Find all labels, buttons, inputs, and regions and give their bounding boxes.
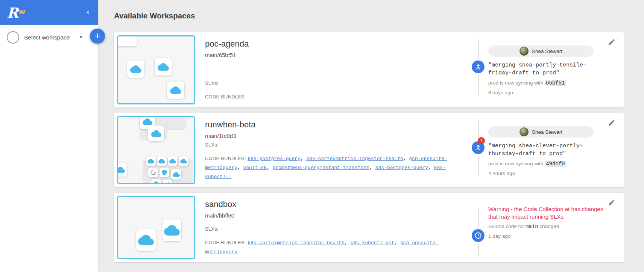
commit-code: 49dcf0 (545, 161, 566, 167)
clock-alert-icon: ! (150, 169, 156, 176)
workspace-avatar-placeholder[interactable] (7, 31, 19, 44)
activity-detail-text: changed (539, 224, 559, 229)
map-tile (179, 156, 188, 166)
map-tile (117, 163, 127, 177)
add-workspace-button[interactable]: + (90, 29, 105, 44)
edit-workspace-button[interactable] (608, 38, 617, 47)
slxs-label: SLXs: (205, 142, 219, 148)
code-bundle-link[interactable]: k8s-cortexmetrics-ingestor-health (248, 240, 344, 246)
workspace-select-row: Select workspace ▾ (0, 30, 98, 53)
map-tile (157, 156, 167, 166)
workspace-select-label[interactable]: Select workspace (24, 34, 70, 41)
workspace-name[interactable]: runwhen-beta (205, 120, 466, 130)
workspace-map-thumbnail[interactable] (117, 35, 195, 104)
workspace-name[interactable]: poc-agenda (205, 39, 466, 49)
sidebar-collapse-icon[interactable]: ‹ (86, 8, 90, 17)
commit-code: 65bf51 (545, 80, 566, 86)
map-tile (155, 58, 172, 76)
code-bundle-link[interactable]: k8s-postgres-query (248, 156, 300, 162)
pencil-icon (608, 119, 615, 127)
map-tile (163, 180, 172, 184)
map-tile (168, 156, 178, 166)
cloud-icon (158, 158, 165, 165)
activity-time: 4 hours ago (488, 171, 621, 176)
cloud-icon (130, 63, 141, 75)
avatar (519, 47, 529, 56)
user-pill[interactable]: Shea Stewart (488, 45, 594, 57)
runwhen-logo[interactable]: R w (7, 5, 25, 20)
code-bundle-link[interactable]: k8s-kubectl-get (350, 240, 394, 246)
workspace-name[interactable]: sandbox (205, 199, 466, 209)
workspace-branch-commit: main/1fe0d3 (205, 133, 466, 139)
pencil-icon (608, 199, 615, 206)
sidebar-header: R w ‹ (0, 0, 98, 25)
workspace-card-poc-agenda: poc-agenda main/65bf51 SLXs: CODE BUNDLE… (114, 32, 624, 107)
merge-icon (472, 60, 485, 73)
cloud-icon (180, 158, 187, 165)
avatar (519, 127, 529, 136)
code-bundles-label: CODE BUNDLES: (205, 240, 246, 245)
activity-message: "merging shea-portly-tensile-friday-draf… (488, 61, 598, 77)
activity-panel: ! Shea Stewart "merging shea-clever-port… (475, 116, 621, 184)
activity-detail: prod is now syncing with 65bf51 (488, 80, 621, 86)
logo-letter-r: R (7, 5, 18, 20)
code-bundles-label: CODE BUNDLES: (205, 94, 246, 100)
alert-badge: ! (478, 137, 485, 144)
cloud-icon (170, 85, 181, 96)
alert-icon (472, 229, 485, 242)
user-name: Shea Stewart (532, 129, 562, 135)
cloud-icon (138, 232, 154, 248)
code-bundle-link[interactable]: prometheus-queryinstant-transform (272, 165, 369, 171)
map-tile (117, 35, 137, 46)
workspace-map-thumbnail[interactable]: ! (117, 116, 195, 184)
activity-time: 6 days ago (488, 90, 621, 95)
slxs-label: SLXs: (205, 80, 219, 86)
shield-icon (161, 169, 167, 175)
sidebar: R w ‹ Select workspace ▾ + (0, 0, 98, 272)
user-name: Shea Stewart (532, 48, 562, 54)
code-bundle-link[interactable]: k8s-cortexmetrics-ingestor-health (306, 156, 403, 162)
code-bundles-label: CODE BUNDLES: (205, 156, 246, 161)
svg-text:!: ! (154, 171, 155, 175)
cloud-icon (153, 180, 159, 184)
map-tile: ! (148, 168, 158, 177)
activity-message: "merging shea-clever-portly-thursday-dra… (488, 142, 598, 158)
edit-workspace-button[interactable] (608, 119, 617, 128)
activity-detail-text: prod is now syncing with (488, 161, 543, 166)
cloud-icon (164, 222, 180, 238)
cloud-icon (158, 61, 169, 73)
main-content: Available Workspaces poc-agenda main/65b… (98, 0, 644, 272)
map-tile (127, 60, 144, 78)
workspace-info: poc-agenda main/65bf51 SLXs: CODE BUNDLE… (195, 35, 475, 104)
page-title: Available Workspaces (114, 11, 644, 20)
activity-panel: Shea Stewart "merging shea-portly-tensil… (475, 35, 621, 104)
workspace-map-thumbnail[interactable] (117, 196, 195, 259)
map-tile (167, 82, 184, 99)
cloud-icon (169, 158, 176, 165)
merge-icon: ! (472, 141, 485, 154)
workspace-info: sandbox main/bbff60 SLXs: CODE BUNDLES: … (195, 196, 475, 259)
chevron-down-icon[interactable]: ▾ (80, 34, 82, 40)
activity-time: 1 day ago (488, 233, 621, 239)
code-bundle-link[interactable]: k8s-postgres-query (375, 165, 428, 171)
activity-detail: prod is now syncing with 49dcf0 (488, 161, 621, 167)
activity-detail: Source code for main changed (488, 224, 621, 230)
map-tile (148, 125, 164, 141)
workspace-branch-commit: main/65bf51 (205, 52, 466, 58)
activity-panel: Warning - the Code Collection at has cha… (475, 196, 621, 259)
cloud-icon (173, 171, 180, 178)
edit-workspace-button[interactable] (608, 199, 617, 208)
workspace-info: runwhen-beta main/1fe0d3 SLXs: CODE BUND… (195, 116, 475, 184)
branch-code: main (526, 224, 538, 230)
cloud-icon (151, 128, 161, 139)
workspace-card-sandbox: sandbox main/bbff60 SLXs: CODE BUNDLES: … (114, 193, 624, 262)
activity-detail-text: Source code for (488, 224, 524, 229)
map-tile (151, 179, 161, 184)
code-bundle-link[interactable]: vault-ok (243, 165, 266, 171)
activity-detail-text: prod is now syncing with (488, 80, 543, 86)
map-tile (171, 169, 181, 180)
user-pill[interactable]: Shea Stewart (488, 126, 594, 138)
slxs-label: SLXs: (205, 226, 219, 232)
map-tile (159, 168, 169, 177)
pencil-icon (608, 38, 615, 46)
